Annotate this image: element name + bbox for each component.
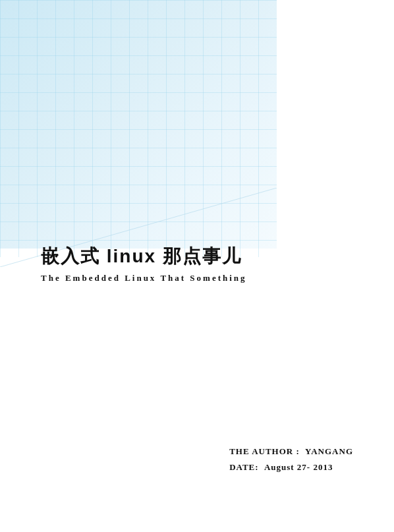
author-value: YANGANG — [305, 446, 353, 456]
author-line: THE AUTHOR : YANGANG — [229, 446, 353, 457]
bg-white-area — [0, 249, 394, 532]
date-label: DATE: — [229, 462, 258, 472]
author-label: THE AUTHOR : — [229, 446, 300, 456]
title-english: The Embedded Linux That Something — [41, 273, 247, 283]
title-block: 嵌入式 linux 那点事儿 The Embedded Linux That S… — [41, 244, 247, 283]
date-line: DATE: August 27- 2013 — [229, 462, 353, 473]
date-value: August 27- 2013 — [264, 462, 333, 472]
page-container: 嵌入式 linux 那点事儿 The Embedded Linux That S… — [0, 0, 394, 532]
title-chinese: 嵌入式 linux 那点事儿 — [41, 244, 247, 269]
author-date-block: THE AUTHOR : YANGANG DATE: August 27- 20… — [229, 446, 353, 473]
bg-grid-overlay — [0, 0, 277, 257]
